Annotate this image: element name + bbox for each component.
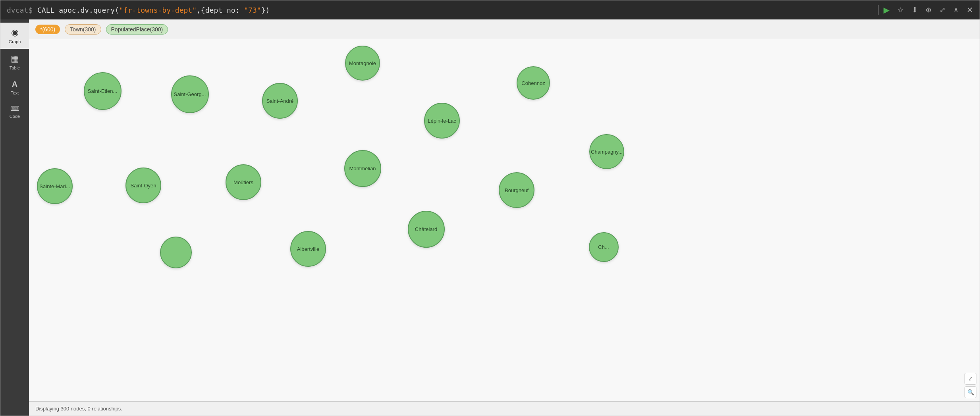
graph-node[interactable]: Montagnole xyxy=(345,46,380,81)
main-window: dvcat$ CALL apoc.dv.query("fr-towns-by-d… xyxy=(0,0,980,416)
titlebar: dvcat$ CALL apoc.dv.query("fr-towns-by-d… xyxy=(0,0,980,19)
graph-node[interactable]: Bourgneuf xyxy=(499,172,534,208)
graph-node[interactable] xyxy=(160,237,192,268)
status-text: Displaying 300 nodes, 0 relationships. xyxy=(35,406,122,412)
cmd-str1: "fr-towns-by-dept" xyxy=(119,6,197,14)
sidebar-table-label: Table xyxy=(10,65,20,70)
graph-node[interactable]: Saint-Georg... xyxy=(171,75,209,113)
table-icon: ▦ xyxy=(11,54,19,64)
graph-node[interactable]: Cohennoz xyxy=(517,66,550,100)
graph-node[interactable]: Champagny... xyxy=(589,134,624,169)
code-icon: ⌨ xyxy=(10,105,19,112)
graph-node[interactable]: Albertville xyxy=(290,231,326,267)
graph-node[interactable]: Montmélian xyxy=(344,150,381,187)
sidebar-text-label: Text xyxy=(11,91,19,95)
graph-node[interactable]: Saint-Oyen xyxy=(125,168,161,203)
graph-node[interactable]: Saint-Etien... xyxy=(84,72,122,110)
sidebar-code-label: Code xyxy=(10,114,20,119)
text-icon: A xyxy=(12,80,17,89)
graph-icon: ◉ xyxy=(11,27,19,38)
close-button[interactable]: ✕ xyxy=(966,5,973,15)
expand-button[interactable]: ⤢ xyxy=(939,6,945,14)
graph-node[interactable]: Lépin-le-Lac xyxy=(424,103,460,139)
collapse-button[interactable]: ∧ xyxy=(953,6,959,14)
bookmark-button[interactable]: ☆ xyxy=(897,6,904,14)
graph-node[interactable]: Moûtiers xyxy=(226,164,261,200)
cmd-key: dept_no xyxy=(205,6,235,14)
graph-canvas[interactable]: ⤢ 🔍 MontagnoleCohennozSaint-Etien...Sain… xyxy=(29,39,980,401)
cmd-call: CALL xyxy=(37,6,59,14)
corner-controls: ⤢ 🔍 xyxy=(965,373,976,398)
graph-node[interactable]: Sainte-Mari... xyxy=(37,168,73,204)
titlebar-actions: ▶ ☆ ⬇ ⊕ ⤢ ∧ ✕ xyxy=(884,5,973,15)
download-button[interactable]: ⬇ xyxy=(912,6,918,14)
sidebar-graph-label: Graph xyxy=(9,39,21,44)
command-text: CALL apoc.dv.query("fr-towns-by-dept",{d… xyxy=(37,6,270,14)
sidebar: ◉ Graph ▦ Table A Text ⌨ Code xyxy=(0,19,29,416)
graph-node[interactable]: Ch... xyxy=(589,232,619,262)
sidebar-item-table[interactable]: ▦ Table xyxy=(0,49,29,75)
cmd-close: }) xyxy=(261,6,270,14)
zoom-out-button[interactable]: 🔍 xyxy=(965,386,976,398)
titlebar-divider xyxy=(878,5,879,15)
sidebar-item-graph[interactable]: ◉ Graph xyxy=(0,23,29,49)
cmd-fn: apoc.dv.query xyxy=(59,6,115,14)
badge-all[interactable]: *(600) xyxy=(35,25,60,34)
pin-button[interactable]: ⊕ xyxy=(926,6,932,14)
legend-bar: *(600) Town(300) PopulatedPlace(300) xyxy=(29,19,980,39)
status-bar: Displaying 300 nodes, 0 relationships. xyxy=(29,401,980,416)
fullscreen-button[interactable]: ⤢ xyxy=(965,373,976,385)
main-content: ◉ Graph ▦ Table A Text ⌨ Code *(600) Tow… xyxy=(0,19,980,416)
graph-node[interactable]: Châtelard xyxy=(408,211,445,248)
shell-prompt: dvcat$ xyxy=(7,6,33,14)
run-button[interactable]: ▶ xyxy=(884,5,889,15)
badge-populated[interactable]: PopulatedPlace(300) xyxy=(106,24,168,35)
sidebar-item-text[interactable]: A Text xyxy=(0,75,29,100)
badge-town[interactable]: Town(300) xyxy=(65,24,101,35)
cmd-val: "73" xyxy=(244,6,261,14)
cmd-comma: ,{ xyxy=(197,6,205,14)
cmd-colon: : xyxy=(235,6,244,14)
sidebar-item-code[interactable]: ⌨ Code xyxy=(0,100,29,123)
content-area: *(600) Town(300) PopulatedPlace(300) ⤢ 🔍… xyxy=(29,19,980,416)
graph-node[interactable]: Saint-André xyxy=(262,83,298,119)
cmd-paren-open: ( xyxy=(115,6,119,14)
